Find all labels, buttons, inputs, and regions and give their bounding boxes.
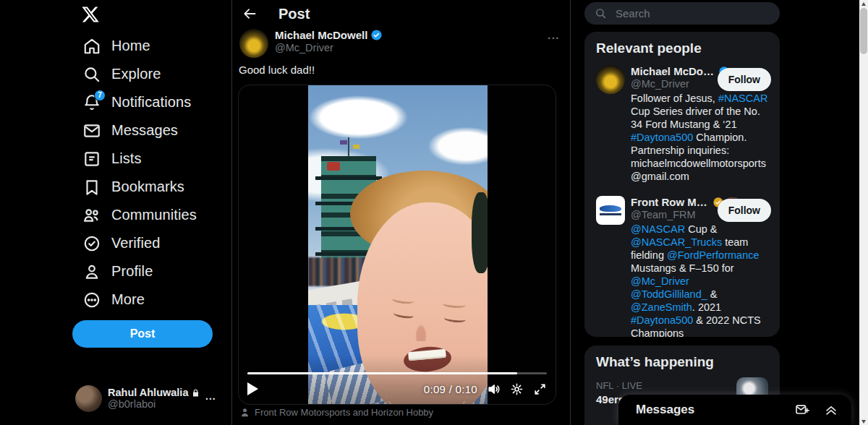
more-circle-icon xyxy=(82,291,101,309)
blue-verified-badge-icon xyxy=(370,29,383,41)
nav-messages[interactable]: Messages xyxy=(0,116,231,145)
video-art-roof xyxy=(315,176,382,180)
nav-communities-label: Communities xyxy=(111,207,197,223)
frm-bio: @NASCAR Cup & @NASCAR_Trucks team fieldi… xyxy=(631,223,768,337)
nav-profile-label: Profile xyxy=(111,263,153,280)
nav-communities[interactable]: Communities xyxy=(0,201,231,229)
michael-avatar[interactable] xyxy=(596,65,625,94)
nav-home[interactable]: Home xyxy=(0,32,231,60)
nav-more[interactable]: More xyxy=(0,286,231,314)
frm-name[interactable]: Front Row Motor… xyxy=(631,196,710,208)
video-progress-fill xyxy=(247,372,517,374)
relevant-people-title: Relevant people xyxy=(584,32,780,59)
verified-icon xyxy=(82,234,101,253)
post-menu-dots[interactable]: ... xyxy=(548,29,560,58)
author-handle[interactable]: @Mc_Driver xyxy=(275,42,383,53)
volume-icon[interactable] xyxy=(487,382,501,396)
settings-gear-icon[interactable] xyxy=(510,382,524,396)
my-avatar xyxy=(75,385,102,412)
home-icon xyxy=(82,37,101,56)
back-arrow-icon[interactable] xyxy=(242,7,257,21)
nav-verified-label: Verified xyxy=(111,235,161,252)
left-sidebar: Home Explore 7 Notifications Messages xyxy=(0,0,231,425)
video-timestamp: 0:09 / 0:10 xyxy=(424,383,477,395)
my-handle: @b0rlaboi xyxy=(108,398,200,410)
post-author-row: Michael McDowell @Mc_Driver ... xyxy=(239,29,560,58)
messages-drawer-title: Messages xyxy=(636,403,694,417)
video-art-flag xyxy=(340,140,347,145)
relevant-person-frm[interactable]: Front Row Motor… @Team_FRM @NASCAR Cup &… xyxy=(584,190,780,337)
nav-more-label: More xyxy=(111,291,145,308)
x-logo[interactable] xyxy=(80,4,101,25)
envelope-icon xyxy=(82,121,101,140)
search-bar[interactable] xyxy=(584,2,780,25)
search-input[interactable] xyxy=(616,7,760,20)
relevant-person-michael[interactable]: Michael McDowell @Mc_Driver Follower of … xyxy=(584,59,780,183)
video-attribution-text: Front Row Motorsports and Horizon Hobby xyxy=(255,407,433,418)
relevant-people-card: Relevant people Michael McDowell @Mc_Dri… xyxy=(584,32,780,337)
communities-icon xyxy=(82,206,101,225)
nav-profile[interactable]: Profile xyxy=(0,257,231,286)
fullscreen-icon[interactable] xyxy=(533,382,547,396)
expand-drawer-icon[interactable] xyxy=(824,403,838,417)
video-frame xyxy=(308,85,488,405)
person-icon xyxy=(82,262,101,281)
nav-notifications[interactable]: 7 Notifications xyxy=(0,88,231,116)
timeline-column: Post Michael McDowell @Mc_Driver ... Goo… xyxy=(231,0,571,425)
video-attribution[interactable]: Front Row Motorsports and Horizon Hobby xyxy=(239,407,433,418)
video-art-bystander xyxy=(472,192,488,273)
play-button[interactable] xyxy=(247,382,258,395)
lock-icon xyxy=(191,388,200,398)
page-title: Post xyxy=(278,6,310,22)
follow-button-michael[interactable]: Follow xyxy=(718,68,771,91)
person-silhouette-icon xyxy=(239,407,250,418)
notifications-badge: 7 xyxy=(94,90,106,101)
video-controls: 0:09 / 0:10 xyxy=(247,379,547,398)
author-name[interactable]: Michael McDowell xyxy=(275,29,367,41)
post-page-header: Post xyxy=(232,0,570,27)
video-art-nose xyxy=(415,324,427,341)
frm-avatar[interactable] xyxy=(596,196,625,225)
author-avatar[interactable] xyxy=(239,29,268,58)
nav-notifications-label: Notifications xyxy=(111,94,191,111)
nav-bookmarks[interactable]: Bookmarks xyxy=(0,173,231,201)
list-icon xyxy=(82,150,101,168)
nav-lists-label: Lists xyxy=(111,150,142,167)
scrollbar-down-arrow[interactable] xyxy=(859,418,868,425)
video-player[interactable]: 0:09 / 0:10 xyxy=(238,85,556,405)
account-menu-dots[interactable]: ... xyxy=(205,390,216,402)
nav-home-label: Home xyxy=(111,38,150,54)
main-navigation: Home Explore 7 Notifications Messages xyxy=(0,32,231,314)
explore-icon xyxy=(82,65,101,84)
compose-post-button[interactable]: Post xyxy=(72,320,213,348)
my-name: Rahul Ahluwalia xyxy=(108,387,188,398)
right-sidebar: Relevant people Michael McDowell @Mc_Dri… xyxy=(584,0,780,425)
bookmark-icon xyxy=(82,178,101,197)
video-art-antenna xyxy=(348,137,349,158)
browser-scrollbar[interactable] xyxy=(859,0,868,425)
nav-messages-label: Messages xyxy=(111,122,178,139)
video-progress-bar[interactable] xyxy=(247,372,547,374)
new-message-icon[interactable] xyxy=(795,403,809,417)
video-art-flag2 xyxy=(353,145,359,149)
scrollbar-thumb[interactable] xyxy=(860,8,867,54)
michael-name[interactable]: Michael McDowell xyxy=(631,65,716,77)
nav-explore-label: Explore xyxy=(111,66,161,82)
follow-button-frm[interactable]: Follow xyxy=(718,199,771,222)
search-icon xyxy=(595,7,607,20)
whats-happening-title: What’s happening xyxy=(584,345,780,373)
video-art-sign xyxy=(327,162,340,171)
account-switcher[interactable]: Rahul Ahluwalia @b0rlaboi ... xyxy=(75,382,220,415)
nav-verified[interactable]: Verified xyxy=(0,229,231,257)
post-text: Good luck dad!! xyxy=(239,64,315,76)
bell-icon: 7 xyxy=(82,93,101,112)
messages-drawer[interactable]: Messages xyxy=(618,395,851,425)
scrollbar-up-arrow[interactable] xyxy=(859,0,868,7)
michael-bio: Follower of Jesus, #NASCAR Cup Series dr… xyxy=(631,92,768,183)
nav-lists[interactable]: Lists xyxy=(0,145,231,173)
nav-bookmarks-label: Bookmarks xyxy=(111,179,184,195)
nav-explore[interactable]: Explore xyxy=(0,60,231,88)
